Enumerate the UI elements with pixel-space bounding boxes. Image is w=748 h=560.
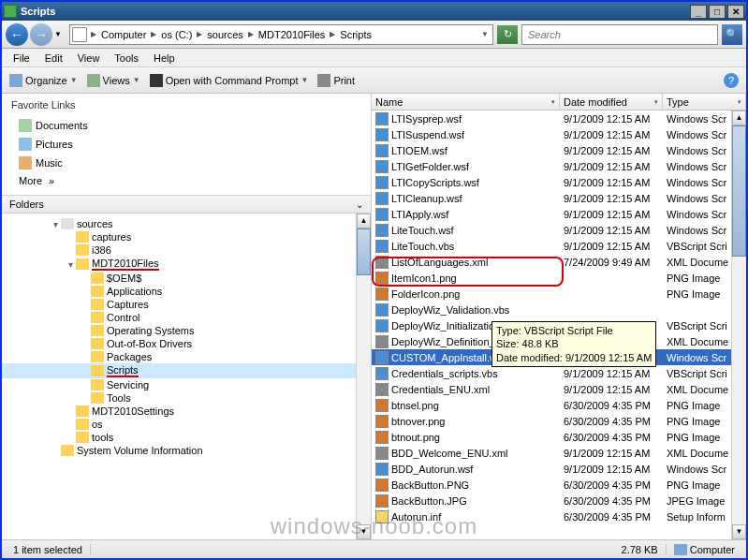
file-row[interactable]: Credentials_ENU.xml9/1/2009 12:15 AMXML … <box>372 381 746 397</box>
file-row[interactable]: LiteTouch.wsf9/1/2009 12:15 AMWindows Sc… <box>372 222 746 238</box>
chevron-down-icon[interactable]: ▾ <box>551 94 555 111</box>
file-row[interactable]: LTIGetFolder.wsf9/1/2009 12:15 AMWindows… <box>372 158 746 174</box>
tree-item[interactable]: $OEM$ <box>2 272 371 285</box>
chevron-right-icon: ▶ <box>328 30 337 38</box>
file-icon <box>375 319 389 332</box>
scroll-down-button[interactable]: ▼ <box>357 524 371 539</box>
scroll-thumb[interactable] <box>732 125 746 257</box>
print-button[interactable]: Print <box>317 74 355 87</box>
tree-item[interactable]: ▾sources <box>2 217 371 230</box>
fav-documents[interactable]: Documents <box>11 116 361 135</box>
tree-item[interactable]: Packages <box>2 350 371 363</box>
help-button[interactable]: ? <box>724 73 739 88</box>
back-button[interactable]: ← <box>6 23 28 46</box>
organize-button[interactable]: Organize ▼ <box>9 74 78 87</box>
tree-scrollbar[interactable]: ▲ ▼ <box>356 214 371 539</box>
folder-icon <box>91 351 104 362</box>
fav-music[interactable]: Music <box>11 154 361 172</box>
crumb-computer[interactable]: Computer <box>98 25 149 44</box>
file-row[interactable]: LTIApply.wsf9/1/2009 12:15 AMWindows Scr <box>372 206 746 222</box>
views-button[interactable]: Views ▼ <box>87 74 140 87</box>
file-row[interactable]: btnsel.png6/30/2009 4:35 PMPNG Image <box>372 397 746 413</box>
file-row[interactable]: Autorun.inf6/30/2009 4:35 PMSetup Inform <box>372 508 746 524</box>
col-name[interactable]: Name▾ <box>372 94 560 111</box>
file-row[interactable]: ListOfLanguages.xml7/24/2009 9:49 AMXML … <box>372 254 746 270</box>
menu-view[interactable]: View <box>70 52 108 64</box>
chevron-down-icon[interactable]: ▾ <box>654 94 658 111</box>
file-row[interactable]: LiteTouch.vbs9/1/2009 12:15 AMVBScript S… <box>372 238 746 254</box>
tree-item[interactable]: Operating Systems <box>2 324 371 337</box>
tree-item[interactable]: Tools <box>2 391 371 405</box>
file-list[interactable]: LTISysprep.wsf9/1/2009 12:15 AMWindows S… <box>372 111 746 539</box>
fav-pictures[interactable]: Pictures <box>11 135 361 154</box>
crumb-drive[interactable]: os (C:) <box>158 25 195 44</box>
file-row[interactable]: btnout.png6/30/2009 4:35 PMPNG Image <box>372 429 746 445</box>
file-row[interactable]: FolderIcon.pngPNG Image <box>372 286 746 302</box>
file-row[interactable]: LTISuspend.wsf9/1/2009 12:15 AMWindows S… <box>372 126 746 142</box>
scroll-up-button[interactable]: ▲ <box>732 111 746 125</box>
file-row[interactable]: ItemIcon1.pngPNG Image <box>372 270 746 286</box>
close-button[interactable]: ✕ <box>727 5 744 19</box>
file-row[interactable]: btnover.png6/30/2009 4:35 PMPNG Image <box>372 413 746 429</box>
crumb-sources[interactable]: sources <box>204 25 246 44</box>
scroll-thumb[interactable] <box>357 228 371 275</box>
expand-toggle-icon[interactable]: ▾ <box>51 219 61 229</box>
tree-item[interactable]: MDT2010Settings <box>2 405 371 418</box>
file-date-label: 6/30/2009 4:35 PM <box>560 432 663 443</box>
tree-item[interactable]: Out-of-Box Drivers <box>2 337 371 350</box>
tree-item[interactable]: i386 <box>2 243 371 257</box>
crumb-mdt[interactable]: MDT2010Files <box>256 25 329 44</box>
scroll-down-button[interactable]: ▼ <box>732 524 746 539</box>
tree-item[interactable]: Servicing <box>2 378 371 391</box>
file-date-label: 6/30/2009 4:35 PM <box>560 511 663 523</box>
file-row[interactable]: BackButton.JPG6/30/2009 4:35 PMJPEG Imag… <box>372 493 746 508</box>
content-area: Favorite Links Documents Pictures Music … <box>2 94 746 539</box>
tree-item[interactable]: os <box>2 418 371 431</box>
breadcrumb[interactable]: ▶ Computer ▶ os (C:) ▶ sources ▶ MDT2010… <box>69 24 493 45</box>
forward-button[interactable]: → <box>30 23 52 46</box>
menu-file[interactable]: File <box>6 52 37 64</box>
maximize-button[interactable]: □ <box>709 5 726 19</box>
menu-help[interactable]: Help <box>146 52 183 64</box>
file-row[interactable]: LTICleanup.wsf9/1/2009 12:15 AMWindows S… <box>372 190 746 206</box>
tree-item[interactable]: System Volume Information <box>2 444 371 457</box>
file-row[interactable]: LTISysprep.wsf9/1/2009 12:15 AMWindows S… <box>372 111 746 126</box>
file-scrollbar[interactable]: ▲ ▼ <box>731 111 746 539</box>
file-row[interactable]: Credentials_scripts.vbs9/1/2009 12:15 AM… <box>372 365 746 381</box>
folders-header[interactable]: Folders ⌄ <box>2 195 371 214</box>
tree-item[interactable]: ▾MDT2010Files <box>2 257 371 272</box>
tree-item[interactable]: captures <box>2 230 371 243</box>
col-type[interactable]: Type▾ <box>663 94 746 111</box>
tree-item[interactable]: Captures <box>2 298 371 311</box>
file-row[interactable]: BackButton.PNG6/30/2009 4:35 PMPNG Image <box>372 477 746 493</box>
file-row[interactable]: LTIOEM.wsf9/1/2009 12:15 AMWindows Scr <box>372 142 746 158</box>
col-date[interactable]: Date modified▾ <box>560 94 663 111</box>
file-row[interactable]: BDD_Welcome_ENU.xml9/1/2009 12:15 AMXML … <box>372 445 746 461</box>
history-dropdown[interactable]: ▼ <box>54 23 64 46</box>
scroll-up-button[interactable]: ▲ <box>357 214 371 228</box>
tree-item[interactable]: Scripts <box>2 363 371 378</box>
fav-more[interactable]: More » <box>11 172 361 189</box>
refresh-button[interactable]: ↻ <box>497 25 518 44</box>
expand-toggle-icon[interactable]: ▾ <box>66 259 76 270</box>
open-with-button[interactable]: Open with Command Prompt ▼ <box>150 74 309 87</box>
minimize-button[interactable]: _ <box>690 5 707 19</box>
folder-icon <box>72 27 87 42</box>
crumb-scripts[interactable]: Scripts <box>337 25 374 44</box>
chevron-down-icon[interactable]: ▾ <box>738 94 741 111</box>
search-box[interactable] <box>521 24 718 45</box>
file-row[interactable]: LTICopyScripts.wsf9/1/2009 12:15 AMWindo… <box>372 174 746 190</box>
chevron-down-icon[interactable]: ▼ <box>479 30 491 38</box>
tree-item[interactable]: Applications <box>2 285 371 298</box>
tree-item[interactable]: tools <box>2 431 371 444</box>
file-date-label: 9/1/2009 12:15 AM <box>560 209 663 220</box>
tree-item[interactable]: Control <box>2 311 371 324</box>
search-button[interactable]: 🔍 <box>722 24 742 45</box>
file-row[interactable]: BDD_Autorun.wsf9/1/2009 12:15 AMWindows … <box>372 461 746 477</box>
file-date-label: 9/1/2009 12:15 AM <box>560 129 663 140</box>
search-input[interactable] <box>526 28 713 41</box>
folder-icon <box>76 405 89 417</box>
menu-tools[interactable]: Tools <box>107 52 146 64</box>
file-row[interactable]: DeployWiz_Validation.vbs <box>372 302 746 317</box>
menu-edit[interactable]: Edit <box>37 52 70 64</box>
